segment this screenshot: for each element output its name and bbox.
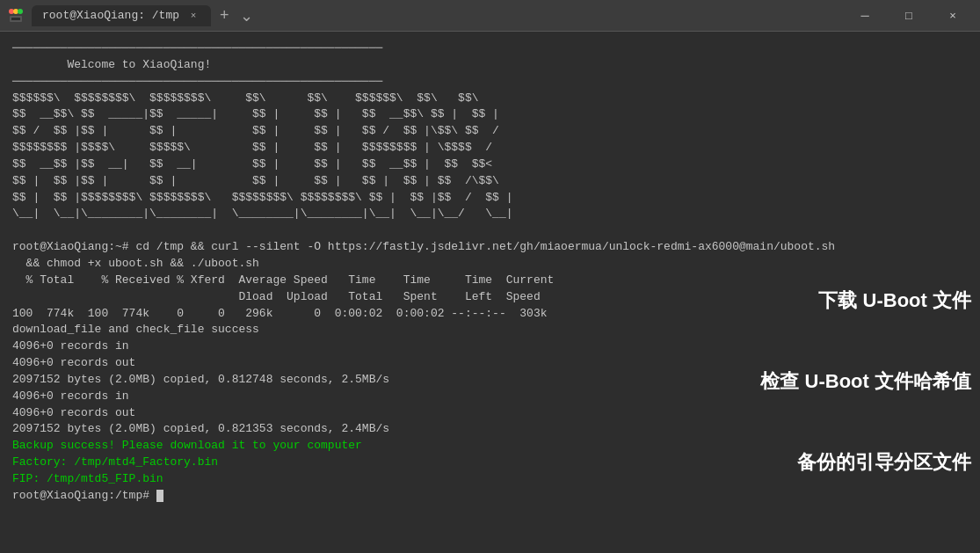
annotation-backup: 备份的引导分区文件 <box>760 448 971 477</box>
tab-dropdown-button[interactable]: ⌄ <box>235 6 258 25</box>
fip-line: FIP: /tmp/mtd5_FIP.bin <box>12 472 163 485</box>
window-controls: ─ □ × <box>845 2 973 30</box>
svg-rect-4 <box>11 18 20 20</box>
annotation-area: 下载 U-Boot 文件 检查 U-Boot 文件哈希值 备份的引导分区文件 <box>760 287 971 477</box>
backup-success-text: Backup success! Please download it to yo… <box>12 439 362 452</box>
titlebar: root@XiaoQiang: /tmp × + ⌄ ─ □ × <box>0 0 980 32</box>
prompt-line: root@XiaoQiang:/tmp# <box>12 489 163 502</box>
minimize-button[interactable]: ─ <box>845 2 885 30</box>
factory-line: Factory: /tmp/mtd4_Factory.bin <box>12 455 218 469</box>
close-button[interactable]: × <box>933 2 973 30</box>
cursor <box>156 490 163 502</box>
annotation-check: 检查 U-Boot 文件哈希值 <box>760 367 971 396</box>
terminal-window[interactable]: ────────────────────────────────────────… <box>0 32 980 553</box>
svg-point-2 <box>18 9 23 14</box>
maximize-button[interactable]: □ <box>889 2 929 30</box>
tab-close-button[interactable]: × <box>186 9 200 23</box>
tab-label: root@XiaoQiang: /tmp <box>42 9 179 22</box>
new-tab-button[interactable]: + <box>214 6 235 25</box>
active-tab[interactable]: root@XiaoQiang: /tmp × <box>32 5 211 26</box>
app-icon <box>7 7 25 25</box>
annotation-download: 下载 U-Boot 文件 <box>760 287 971 315</box>
